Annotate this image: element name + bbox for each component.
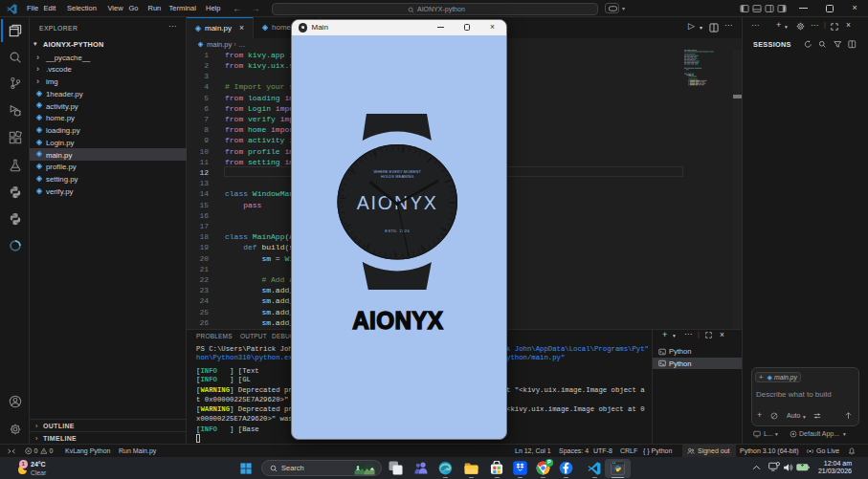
svg-text:AIONYX: AIONYX — [352, 308, 443, 334]
svg-text:ESTD. 2026: ESTD. 2026 — [385, 229, 410, 233]
svg-text:HOLDS MEANING: HOLDS MEANING — [380, 175, 412, 179]
svg-text:WHERE EVERY MOMENT: WHERE EVERY MOMENT — [373, 170, 421, 174]
